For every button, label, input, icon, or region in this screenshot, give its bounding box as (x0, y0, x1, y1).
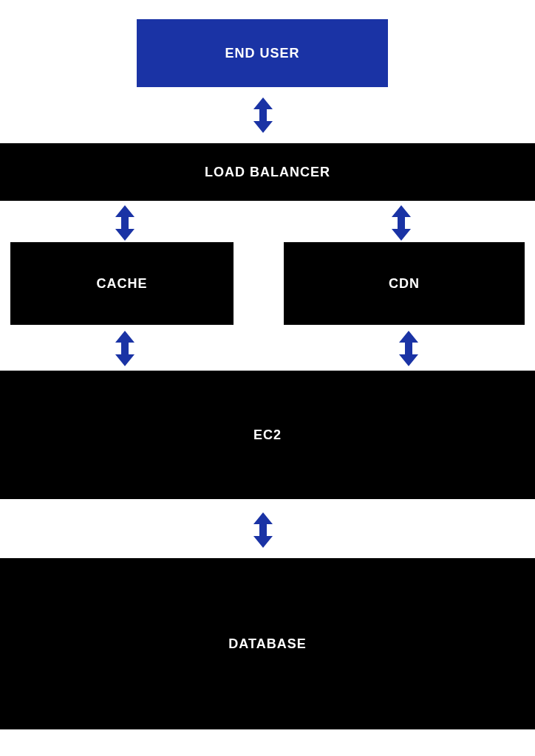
node-cdn: CDN (284, 242, 525, 325)
svg-marker-2 (392, 205, 411, 241)
bidirectional-arrow-icon (252, 97, 274, 133)
bidirectional-arrow-icon (114, 205, 136, 241)
svg-marker-5 (253, 512, 273, 548)
svg-marker-3 (115, 331, 134, 366)
svg-marker-0 (253, 97, 273, 133)
node-cache-label: CACHE (96, 276, 147, 292)
bidirectional-arrow-icon (252, 512, 274, 548)
node-cache: CACHE (10, 242, 234, 325)
node-database: DATABASE (0, 558, 535, 729)
svg-marker-1 (115, 205, 134, 241)
node-ec2: EC2 (0, 371, 535, 499)
node-end-user-label: END USER (225, 46, 299, 61)
node-end-user: END USER (137, 19, 388, 87)
bidirectional-arrow-icon (114, 331, 136, 366)
bidirectional-arrow-icon (390, 205, 412, 241)
node-load-balancer-label: LOAD BALANCER (205, 165, 330, 180)
bidirectional-arrow-icon (398, 331, 420, 366)
svg-marker-4 (399, 331, 418, 366)
node-ec2-label: EC2 (253, 427, 282, 443)
node-database-label: DATABASE (228, 636, 306, 652)
node-load-balancer: LOAD BALANCER (0, 143, 535, 201)
node-cdn-label: CDN (389, 276, 420, 292)
